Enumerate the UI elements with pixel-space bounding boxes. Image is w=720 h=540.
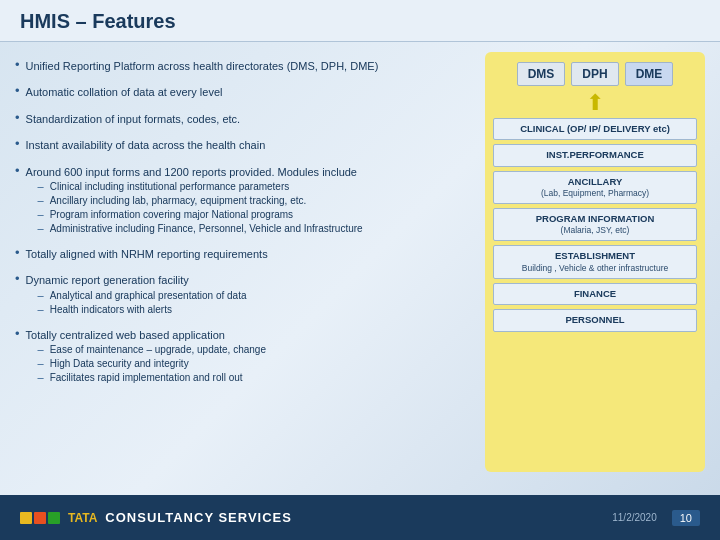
left-panel: • Unified Reporting Platform across heal… — [15, 52, 470, 472]
sub-bullet-dash: – — [38, 289, 44, 301]
bullet-text: Around 600 input forms and 1200 reports … — [26, 166, 357, 178]
sub-bullet: – Analytical and graphical presentation … — [26, 289, 247, 303]
info-box: PERSONNEL — [493, 309, 697, 331]
dms-dph-dme-row: DMS DPH DME — [517, 62, 674, 86]
bullet-dot: • — [15, 83, 20, 98]
sub-bullet-text: High Data security and integrity — [50, 357, 189, 371]
footer-page: 10 — [672, 510, 700, 526]
bullet-text: Totally centralized web based applicatio… — [26, 329, 225, 341]
sub-bullet-text: Ancillary including lab, pharmacy, equip… — [50, 194, 307, 208]
bullet-dot: • — [15, 326, 20, 341]
sub-bullet: – Clinical including institutional perfo… — [26, 180, 363, 194]
bullet-item: • Standardization of input formats, code… — [15, 105, 470, 131]
sub-bullet-dash: – — [38, 222, 44, 234]
info-box-title: ESTABLISHMENT — [500, 250, 690, 262]
info-box-title: PERSONNEL — [500, 314, 690, 326]
sub-bullet: – Facilitates rapid implementation and r… — [26, 371, 266, 385]
company-label: CONSULTANCY SERVICES — [105, 510, 292, 525]
sub-bullet-text: Health indicators with alerts — [50, 303, 172, 317]
bullet-item: • Instant availability of data across th… — [15, 131, 470, 157]
info-box-sub: (Lab, Equipment, Pharmacy) — [500, 188, 690, 199]
info-box: ANCILLARY (Lab, Equipment, Pharmacy) — [493, 171, 697, 204]
sub-bullet: – Health indicators with alerts — [26, 303, 247, 317]
sub-bullet: – High Data security and integrity — [26, 357, 266, 371]
bullet-text: Standardization of input formats, codes,… — [26, 113, 241, 125]
bullet-text: Totally aligned with NRHM reporting requ… — [26, 248, 268, 260]
sub-bullet: – Program information covering major Nat… — [26, 208, 363, 222]
bullet-dot: • — [15, 136, 20, 151]
info-box: CLINICAL (OP/ IP/ DELIVERY etc) — [493, 118, 697, 140]
sub-bullet-dash: – — [38, 194, 44, 206]
bullet-dot: • — [15, 271, 20, 286]
bullet-item: • Unified Reporting Platform across heal… — [15, 52, 470, 78]
bullet-dot: • — [15, 57, 20, 72]
bullet-item: • Automatic collation of data at every l… — [15, 78, 470, 104]
sub-bullet: – Ease of maintenance – upgrade, update,… — [26, 343, 266, 357]
info-box-title: FINANCE — [500, 288, 690, 300]
footer: TATA CONSULTANCY SERVICES 11/2/2020 10 — [0, 495, 720, 540]
logo-square-3 — [48, 512, 60, 524]
bullet-dot: • — [15, 163, 20, 178]
sub-bullet-dash: – — [38, 371, 44, 383]
sub-bullet-dash: – — [38, 357, 44, 369]
logo-square-2 — [34, 512, 46, 524]
info-box-title: INST.PERFORMANCE — [500, 149, 690, 161]
dme-box: DME — [625, 62, 674, 86]
bullet-dot: • — [15, 110, 20, 125]
sub-bullet-text: Program information covering major Natio… — [50, 208, 293, 222]
bullet-text: Instant availability of data across the … — [26, 139, 266, 151]
sub-bullet-dash: – — [38, 303, 44, 315]
bullet-text: Automatic collation of data at every lev… — [26, 86, 223, 98]
dph-box: DPH — [571, 62, 618, 86]
content-area: • Unified Reporting Platform across heal… — [0, 42, 720, 482]
info-box-title: ANCILLARY — [500, 176, 690, 188]
right-panel: DMS DPH DME ⬆ CLINICAL (OP/ IP/ DELIVERY… — [485, 52, 705, 472]
sub-bullet-dash: – — [38, 343, 44, 355]
sub-bullet-dash: – — [38, 208, 44, 220]
dms-box: DMS — [517, 62, 566, 86]
info-box-sub: Building , Vehicle & other infrastructur… — [500, 263, 690, 274]
info-box: INST.PERFORMANCE — [493, 144, 697, 166]
sub-bullet: – Ancillary including lab, pharmacy, equ… — [26, 194, 363, 208]
title-bar: HMIS – Features — [0, 0, 720, 42]
up-arrow-icon: ⬆ — [586, 92, 604, 114]
sub-bullet-text: Administrative including Finance, Person… — [50, 222, 363, 236]
page-title: HMIS – Features — [20, 10, 176, 32]
bullet-item: • Around 600 input forms and 1200 report… — [15, 158, 470, 240]
bullet-item: • Dynamic report generation facility – A… — [15, 266, 470, 320]
bullet-item: • Totally aligned with NRHM reporting re… — [15, 240, 470, 266]
bullet-text: Dynamic report generation facility — [26, 274, 189, 286]
arrow-container: ⬆ — [493, 92, 697, 116]
info-box: ESTABLISHMENT Building , Vehicle & other… — [493, 245, 697, 278]
footer-date: 11/2/2020 — [612, 512, 657, 523]
tata-label: TATA — [68, 511, 97, 525]
logo-square-1 — [20, 512, 32, 524]
info-box: FINANCE — [493, 283, 697, 305]
sub-bullet-text: Analytical and graphical presentation of… — [50, 289, 247, 303]
bullet-text: Unified Reporting Platform across health… — [26, 60, 379, 72]
info-box-title: PROGRAM INFORMATION — [500, 213, 690, 225]
footer-logo: TATA CONSULTANCY SERVICES — [20, 510, 292, 525]
sub-bullet: – Administrative including Finance, Pers… — [26, 222, 363, 236]
sub-bullet-text: Clinical including institutional perform… — [50, 180, 290, 194]
sub-bullet-dash: – — [38, 180, 44, 192]
sub-bullet-text: Facilitates rapid implementation and rol… — [50, 371, 243, 385]
info-box-sub: (Malaria, JSY, etc) — [500, 225, 690, 236]
info-box: PROGRAM INFORMATION (Malaria, JSY, etc) — [493, 208, 697, 241]
sub-bullet-text: Ease of maintenance – upgrade, update, c… — [50, 343, 266, 357]
bullet-item: • Totally centralized web based applicat… — [15, 321, 470, 389]
footer-right: 11/2/2020 10 — [612, 510, 700, 526]
slide: HMIS – Features • Unified Reporting Plat… — [0, 0, 720, 540]
tcs-logo-squares — [20, 512, 60, 524]
info-box-title: CLINICAL (OP/ IP/ DELIVERY etc) — [500, 123, 690, 135]
bullet-dot: • — [15, 245, 20, 260]
